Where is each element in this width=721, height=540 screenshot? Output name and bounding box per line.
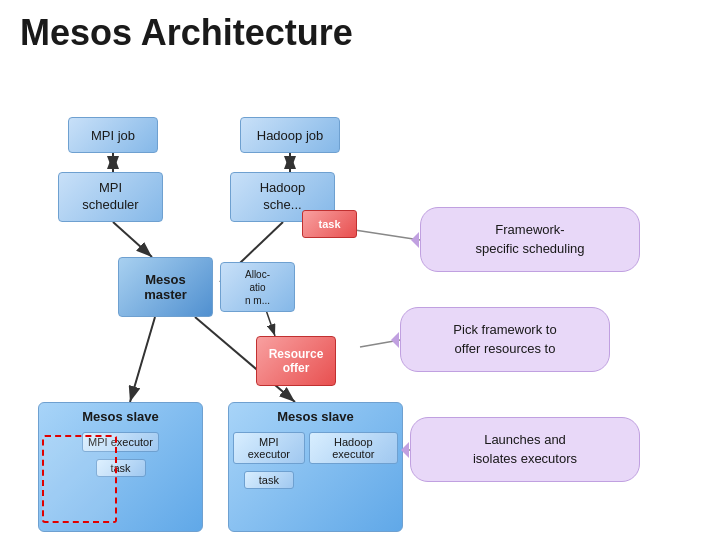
- callout-resources: Pick framework to offer resources to: [400, 307, 610, 372]
- resource-offer-box: Resource offer: [256, 336, 336, 386]
- mpi-executor-right: MPI executor: [233, 432, 305, 464]
- diagram-area: MPI job Hadoop job MPI scheduler Hadoop …: [0, 62, 721, 540]
- slave-right-title: Mesos slave: [233, 407, 398, 428]
- mpi-job-box: MPI job: [68, 117, 158, 153]
- hadoop-executor-right: Hadoop executor: [309, 432, 398, 464]
- callout-executors: Launches and isolates executors: [410, 417, 640, 482]
- allocation-module-box: Alloc- atio n m...: [220, 262, 295, 312]
- dashed-selection-box: [42, 435, 117, 523]
- slave-right-box: Mesos slave MPI executor task Hadoop exe…: [228, 402, 403, 532]
- callout-scheduling: Framework- specific scheduling: [420, 207, 640, 272]
- mpi-scheduler-box: MPI scheduler: [58, 172, 163, 222]
- svg-line-6: [130, 317, 155, 402]
- mesos-master-box: Mesos master: [118, 257, 213, 317]
- svg-line-4: [113, 222, 152, 257]
- hadoop-task-box: task: [302, 210, 357, 238]
- page-title: Mesos Architecture: [0, 0, 721, 62]
- hadoop-job-box: Hadoop job: [240, 117, 340, 153]
- slave-left-title: Mesos slave: [43, 407, 198, 428]
- task-right: task: [244, 471, 294, 489]
